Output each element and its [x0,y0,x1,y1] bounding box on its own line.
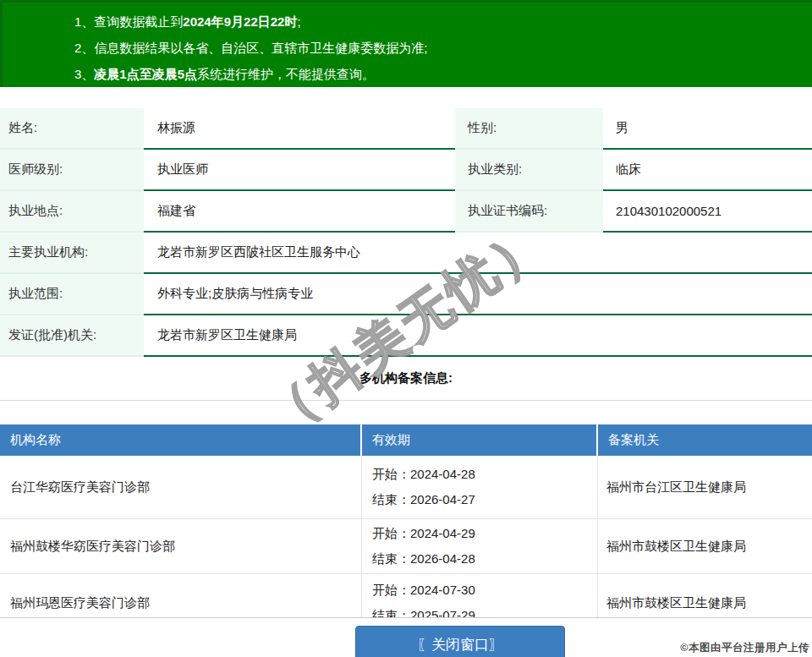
table-row: 台江华窈医疗美容门诊部 开始：2024-04-28 结束：2026-04-27 … [0,456,812,519]
start-date-line: 开始：2024-04-29 [372,521,597,546]
header-filing-authority: 备案机关 [598,424,812,456]
end-date: 2026-04-27 [410,492,475,506]
notice-text: 信息数据结果以各省、自治区、直辖市卫生健康委数据为准; [94,41,427,55]
gender-value: 男 [603,108,812,150]
practice-scope-value: 外科专业;皮肤病与性病专业 [144,274,812,315]
validity-period-cell: 开始：2024-04-29 结束：2026-04-28 [362,519,598,573]
end-date-line: 结束：2025-07-29 [372,603,597,618]
header-institution-name: 机构名称 [0,424,362,456]
info-row-location-certno: 执业地点: 福建省 执业证书编码: 210430102000521 [0,191,812,233]
doctor-license-query-result-page: 1、查询数据截止到2024年9月22日22时; 2、信息数据结果以各省、自治区、… [0,0,812,657]
issuing-authority-label: 发证(批准)机关: [0,315,144,357]
notice-number: 3、 [74,67,94,81]
info-row-level-category: 医师级别: 执业医师 执业类别: 临床 [0,150,812,191]
name-label: 姓名: [0,108,144,150]
notice-bold-text: 2024年9月22日22时 [183,14,297,29]
close-window-button[interactable]: 〖关闭窗口〗 [355,626,565,657]
upload-credit-text: ©本图由平台注册用户上传 [680,641,809,655]
start-label: 开始： [372,467,410,481]
table-row: 福州鼓楼华窈医疗美容门诊部 开始：2024-04-29 结束：2026-04-2… [0,519,812,574]
notice-text: 系统进行维护，不能提供查询。 [197,67,375,81]
notice-text: ; [297,14,300,29]
info-row-name-gender: 姓名: 林振源 性别: 男 [0,108,812,150]
practice-scope-label: 执业范围: [0,274,144,315]
notice-item-1: 1、查询数据截止到2024年9月22日22时; [74,8,812,35]
gender-label: 性别: [455,108,603,150]
notice-item-3: 3、凌晨1点至凌晨5点系统进行维护，不能提供查询。 [74,61,812,87]
start-date: 2024-07-30 [410,583,475,597]
end-label: 结束： [372,608,410,618]
start-date: 2024-04-29 [410,526,475,540]
certificate-number-label: 执业证书编码: [455,191,603,233]
name-value: 林振源 [144,108,455,150]
end-label: 结束： [372,551,410,566]
info-row-main-institution: 主要执业机构: 龙岩市新罗区西陂社区卫生服务中心 [0,233,812,274]
start-date: 2024-04-28 [410,467,475,481]
end-date: 2026-04-28 [410,551,475,566]
table-row: 福州玛恩医疗美容门诊部 开始：2024-07-30 结束：2025-07-29 … [0,574,812,618]
start-date-line: 开始：2024-04-28 [372,462,597,487]
filing-authority-cell: 福州市台江区卫生健康局 [598,456,812,518]
issuing-authority-value: 龙岩市新罗区卫生健康局 [144,315,812,357]
notice-number: 2、 [74,41,94,55]
notice-banner: 1、查询数据截止到2024年9月22日22时; 2、信息数据结果以各省、自治区、… [0,0,812,87]
doctor-level-label: 医师级别: [0,150,144,191]
end-label: 结束： [372,492,410,506]
info-row-issuing-authority: 发证(批准)机关: 龙岩市新罗区卫生健康局 [0,315,812,357]
certificate-number-value: 210430102000521 [603,191,812,233]
start-label: 开始： [372,526,410,540]
institution-name-cell: 福州玛恩医疗美容门诊部 [0,574,362,618]
filing-table-body: 台江华窈医疗美容门诊部 开始：2024-04-28 结束：2026-04-27 … [0,456,812,618]
institution-name-cell: 福州鼓楼华窈医疗美容门诊部 [0,519,362,573]
notice-number: 1、 [74,14,94,29]
filing-authority-cell: 福州市鼓楼区卫生健康局 [598,519,812,573]
multi-institution-section-row: 多机构备案信息: [0,357,812,401]
start-label: 开始： [372,583,410,597]
end-date-line: 结束：2026-04-27 [372,487,597,512]
doctor-info-table: 姓名: 林振源 性别: 男 医师级别: 执业医师 执业类别: 临床 执业地点: … [0,108,812,401]
multi-institution-section-title: 多机构备案信息: [359,370,453,386]
main-institution-value: 龙岩市新罗区西陂社区卫生服务中心 [144,233,812,274]
filing-authority-cell: 福州市鼓楼区卫生健康局 [598,574,812,618]
filing-table-header: 机构名称 有效期 备案机关 [0,424,812,456]
start-date-line: 开始：2024-07-30 [372,578,597,603]
end-date-line: 结束：2026-04-28 [372,546,597,572]
notice-bold-text: 凌晨1点至凌晨5点 [94,67,197,81]
practice-location-label: 执业地点: [0,191,144,233]
notice-text: 查询数据截止到 [94,14,183,29]
info-row-practice-scope: 执业范围: 外科专业;皮肤病与性病专业 [0,274,812,315]
validity-period-cell: 开始：2024-04-28 结束：2026-04-27 [362,456,598,518]
main-institution-label: 主要执业机构: [0,233,144,274]
doctor-level-value: 执业医师 [144,150,455,191]
notice-item-2: 2、信息数据结果以各省、自治区、直辖市卫生健康委数据为准; [74,35,812,61]
header-validity-period: 有效期 [362,424,598,456]
practice-category-label: 执业类别: [455,150,603,191]
practice-location-value: 福建省 [144,191,455,233]
practice-category-value: 临床 [603,150,812,191]
institution-name-cell: 台江华窈医疗美容门诊部 [0,456,362,518]
filing-table: 机构名称 有效期 备案机关 台江华窈医疗美容门诊部 开始：2024-04-28 … [0,424,812,618]
end-date: 2025-07-29 [410,608,475,618]
validity-period-cell: 开始：2024-07-30 结束：2025-07-29 [362,574,598,618]
